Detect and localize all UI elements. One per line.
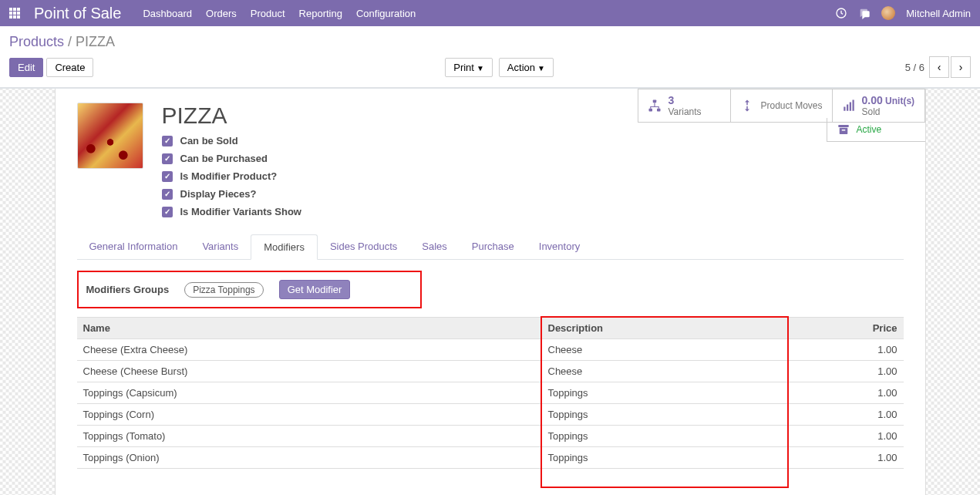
nav-menu: Dashboard Orders Product Reporting Confi… bbox=[143, 8, 416, 19]
tab-purchase[interactable]: Purchase bbox=[460, 234, 527, 259]
svg-rect-5 bbox=[847, 105, 848, 111]
table-row[interactable]: Toppings (Capsicum) Toppings 1.00 bbox=[77, 382, 904, 404]
arrows-icon bbox=[740, 99, 754, 113]
check-sold: Can be Sold bbox=[180, 135, 238, 146]
cell-desc: Cheese bbox=[541, 339, 788, 361]
tab-variants[interactable]: Variants bbox=[190, 234, 251, 259]
modifiers-table: Name Description Price Cheese (Extra Che… bbox=[77, 316, 904, 488]
moves-label: Product Moves bbox=[760, 100, 822, 111]
breadcrumb-parent[interactable]: Products bbox=[9, 34, 64, 49]
table-row[interactable]: Cheese (Extra Cheese) Cheese 1.00 bbox=[77, 339, 904, 361]
nav-item-configuration[interactable]: Configuration bbox=[356, 8, 416, 19]
create-button[interactable]: Create bbox=[46, 58, 93, 77]
check-variants-show: Is Modifier Variants Show bbox=[180, 206, 301, 217]
cell-name: Toppings (Capsicum) bbox=[77, 382, 541, 404]
form-sheet: 3Variants Product Moves 0.00 Unit(s)Sold… bbox=[55, 89, 926, 495]
nav-item-dashboard[interactable]: Dashboard bbox=[143, 8, 192, 19]
svg-rect-2 bbox=[649, 109, 653, 112]
tabs: General InformationVariantsModifiersSide… bbox=[77, 234, 904, 260]
cell-desc: Cheese bbox=[541, 361, 788, 382]
pager-next[interactable]: › bbox=[951, 56, 971, 78]
apps-icon[interactable] bbox=[9, 8, 20, 19]
cell-name: Cheese (Extra Cheese) bbox=[77, 339, 541, 361]
table-row[interactable]: Toppings (Tomato) Toppings 1.00 bbox=[77, 426, 904, 447]
pager-prev[interactable]: ‹ bbox=[929, 56, 949, 78]
nav-item-orders[interactable]: Orders bbox=[206, 8, 237, 19]
sold-unit: Unit(s) bbox=[885, 96, 914, 106]
cell-name: Toppings (Corn) bbox=[77, 404, 541, 426]
avatar[interactable] bbox=[881, 6, 895, 20]
check-modifier: Is Modifier Product? bbox=[180, 170, 278, 182]
cell-price: 1.00 bbox=[788, 382, 904, 404]
product-image[interactable] bbox=[77, 103, 143, 169]
cell-price: 1.00 bbox=[788, 404, 904, 426]
svg-rect-3 bbox=[657, 109, 661, 112]
sold-count: 0.00 bbox=[862, 94, 883, 106]
chat-icon[interactable] bbox=[858, 7, 871, 19]
breadcrumb: Products / PIZZA bbox=[9, 34, 971, 50]
cell-desc: Toppings bbox=[541, 426, 788, 447]
svg-rect-10 bbox=[841, 130, 845, 131]
checkbox-icon[interactable]: ✓ bbox=[162, 153, 173, 164]
svg-rect-7 bbox=[852, 100, 854, 111]
sitemap-icon bbox=[648, 99, 662, 113]
col-description[interactable]: Description bbox=[541, 317, 788, 339]
svg-rect-1 bbox=[653, 100, 657, 103]
sold-label: Sold bbox=[862, 106, 915, 117]
svg-rect-9 bbox=[839, 128, 847, 134]
product-name: PIZZA bbox=[162, 103, 301, 129]
checkbox-icon[interactable]: ✓ bbox=[162, 171, 173, 182]
stat-sold[interactable]: 0.00 Unit(s)Sold bbox=[833, 89, 925, 122]
product-checkboxes: ✓Can be Sold ✓Can be Purchased ✓Is Modif… bbox=[162, 135, 301, 217]
cell-price: 1.00 bbox=[788, 339, 904, 361]
variants-label: Variants bbox=[668, 106, 701, 117]
check-pieces: Display Pieces? bbox=[180, 188, 257, 200]
form-background: 3Variants Product Moves 0.00 Unit(s)Sold… bbox=[0, 88, 980, 495]
tab-general-information[interactable]: General Information bbox=[77, 234, 190, 259]
nav-item-product[interactable]: Product bbox=[251, 8, 285, 19]
checkbox-icon[interactable]: ✓ bbox=[162, 136, 173, 146]
print-dropdown[interactable]: Print▼ bbox=[445, 58, 493, 77]
modifier-tag[interactable]: Pizza Toppings bbox=[184, 282, 264, 298]
breadcrumb-current: PIZZA bbox=[76, 34, 115, 49]
cell-desc: Toppings bbox=[541, 404, 788, 426]
cell-price: 1.00 bbox=[788, 447, 904, 469]
tab-inventory[interactable]: Inventory bbox=[527, 234, 592, 259]
app-brand[interactable]: Point of Sale bbox=[34, 5, 121, 22]
nav-item-reporting[interactable]: Reporting bbox=[299, 8, 342, 19]
table-row[interactable]: Toppings (Corn) Toppings 1.00 bbox=[77, 404, 904, 426]
col-name[interactable]: Name bbox=[77, 317, 541, 339]
cell-desc: Toppings bbox=[541, 382, 788, 404]
cell-name: Cheese (Cheese Burst) bbox=[77, 361, 541, 382]
svg-rect-8 bbox=[838, 125, 849, 127]
active-label: Active bbox=[857, 124, 882, 135]
check-purchased: Can be Purchased bbox=[180, 153, 268, 164]
edit-button[interactable]: Edit bbox=[9, 58, 43, 77]
modifiers-groups-row: Modifiers Groups Pizza Toppings Get Modi… bbox=[77, 271, 422, 308]
checkbox-icon[interactable]: ✓ bbox=[162, 207, 173, 217]
bars-icon bbox=[842, 99, 856, 113]
checkbox-icon[interactable]: ✓ bbox=[162, 189, 173, 200]
cell-price: 1.00 bbox=[788, 426, 904, 447]
clock-icon[interactable] bbox=[835, 7, 847, 19]
top-navbar: Point of Sale Dashboard Orders Product R… bbox=[0, 0, 980, 26]
stat-moves[interactable]: Product Moves bbox=[731, 89, 832, 122]
stat-active[interactable]: Active bbox=[827, 118, 925, 142]
control-panel: Products / PIZZA Edit Create Print▼ Acti… bbox=[0, 26, 980, 88]
stat-variants[interactable]: 3Variants bbox=[638, 89, 731, 122]
col-price[interactable]: Price bbox=[788, 317, 904, 339]
tab-sides-products[interactable]: Sides Products bbox=[318, 234, 409, 259]
action-dropdown[interactable]: Action▼ bbox=[499, 58, 554, 77]
pager-text: 5 / 6 bbox=[905, 62, 924, 73]
cell-desc: Toppings bbox=[541, 447, 788, 469]
cell-name: Toppings (Onion) bbox=[77, 447, 541, 469]
tab-modifiers[interactable]: Modifiers bbox=[251, 234, 318, 260]
modifiers-groups-label: Modifiers Groups bbox=[86, 284, 170, 295]
svg-rect-4 bbox=[844, 107, 845, 111]
tab-sales[interactable]: Sales bbox=[409, 234, 460, 259]
table-row[interactable]: Cheese (Cheese Burst) Cheese 1.00 bbox=[77, 361, 904, 382]
modifiers-section: Modifiers Groups Pizza Toppings Get Modi… bbox=[77, 271, 904, 488]
user-name[interactable]: Mitchell Admin bbox=[906, 8, 971, 19]
table-row[interactable]: Toppings (Onion) Toppings 1.00 bbox=[77, 447, 904, 469]
get-modifier-button[interactable]: Get Modifier bbox=[279, 280, 351, 299]
